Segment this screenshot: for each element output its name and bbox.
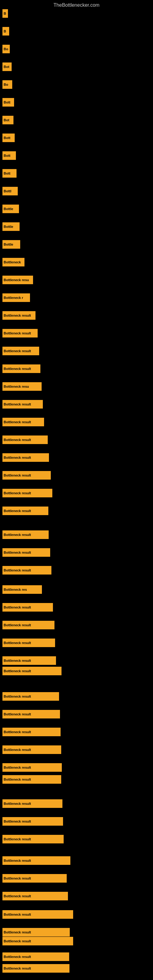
bar-label-25: Bottleneck result (2, 436, 48, 444)
bar-label-36: Bottleneck result (2, 638, 55, 647)
bar-label-33: Bottleneck res (2, 585, 42, 594)
bar-label-13: Bottle (2, 222, 19, 231)
bar-label-37: Bottleneck result (2, 656, 56, 665)
bar-label-45: Bottleneck result (2, 799, 62, 808)
bar-label-28: Bottleneck result (2, 489, 52, 497)
bar-item-2: B (2, 27, 9, 35)
bar-label-35: Bottleneck result (2, 621, 54, 629)
bar-label-3: Bo (2, 45, 10, 53)
bar-item-36: Bottleneck result (2, 638, 55, 647)
site-title: TheBottlenecker.com (0, 0, 153, 10)
bar-label-52: Bottleneck result (2, 928, 70, 937)
bar-item-47: Bottleneck result (2, 835, 64, 843)
bar-label-9: Bott (2, 151, 16, 160)
bar-item-29: Bottleneck result (2, 506, 48, 515)
bar-label-44: Bottleneck result (2, 775, 61, 784)
bar-label-6: Bott (2, 98, 14, 107)
bar-label-40: Bottleneck result (2, 710, 60, 719)
bar-label-54: Bottleneck result (2, 953, 69, 961)
bar-label-48: Bottleneck result (2, 856, 70, 865)
bar-label-27: Bottleneck result (2, 471, 51, 480)
bar-label-34: Bottleneck result (2, 603, 53, 612)
bar-item-41: Bottleneck result (2, 728, 61, 736)
bar-label-16: Bottleneck resu (2, 275, 33, 284)
bar-label-4: Bot (2, 62, 12, 71)
bar-label-22: Bottleneck resu (2, 382, 41, 391)
bar-label-5: Bo (2, 80, 12, 89)
bar-label-31: Bottleneck result (2, 548, 50, 557)
bar-label-17: Bottleneck r (2, 293, 30, 302)
bar-item-28: Bottleneck result (2, 489, 52, 497)
bar-item-52: Bottleneck result (2, 928, 70, 937)
bar-item-5: Bo (2, 80, 12, 89)
bar-item-16: Bottleneck resu (2, 275, 33, 284)
bar-label-23: Bottleneck result (2, 400, 43, 409)
bar-item-15: Bottleneck (2, 258, 24, 266)
bar-label-49: Bottleneck result (2, 874, 67, 883)
bar-label-8: Bott (2, 134, 15, 142)
bar-label-32: Bottleneck result (2, 566, 51, 574)
bar-label-50: Bottleneck result (2, 892, 68, 900)
bar-item-32: Bottleneck result (2, 566, 51, 574)
bar-label-1: B (2, 9, 8, 18)
bar-item-42: Bottleneck result (2, 745, 61, 754)
bar-label-18: Bottleneck result (2, 311, 35, 320)
bar-item-38: Bottleneck result (2, 667, 62, 675)
bar-item-21: Bottleneck result (2, 364, 40, 373)
bar-item-50: Bottleneck result (2, 892, 68, 900)
bar-item-27: Bottleneck result (2, 471, 51, 480)
bar-item-22: Bottleneck resu (2, 382, 41, 391)
bar-label-21: Bottleneck result (2, 364, 40, 373)
bar-label-15: Bottleneck (2, 258, 24, 266)
bar-item-43: Bottleneck result (2, 763, 62, 772)
bar-item-20: Bottleneck result (2, 347, 39, 355)
bar-label-41: Bottleneck result (2, 728, 61, 736)
bar-label-14: Bottle (2, 240, 20, 249)
bar-item-49: Bottleneck result (2, 874, 67, 883)
bar-item-51: Bottleneck result (2, 910, 73, 919)
bar-item-53: Bottleneck result (2, 937, 73, 945)
bar-label-10: Bott (2, 169, 16, 178)
bar-item-7: Bot (2, 116, 13, 124)
bar-label-55: Bottleneck result (2, 964, 70, 973)
bar-label-38: Bottleneck result (2, 667, 62, 675)
bar-item-45: Bottleneck result (2, 799, 62, 808)
bar-label-2: B (2, 27, 9, 35)
bar-item-34: Bottleneck result (2, 603, 53, 612)
bar-item-35: Bottleneck result (2, 621, 54, 629)
bar-item-37: Bottleneck result (2, 656, 56, 665)
bar-item-54: Bottleneck result (2, 953, 69, 961)
bar-item-39: Bottleneck result (2, 692, 59, 701)
bar-label-39: Bottleneck result (2, 692, 59, 701)
bar-label-20: Bottleneck result (2, 347, 39, 355)
bar-label-42: Bottleneck result (2, 745, 61, 754)
bar-item-44: Bottleneck result (2, 775, 61, 784)
bar-label-30: Bottleneck result (2, 530, 49, 539)
bar-label-29: Bottleneck result (2, 506, 48, 515)
bar-item-31: Bottleneck result (2, 548, 50, 557)
bar-label-47: Bottleneck result (2, 835, 64, 843)
bar-item-18: Bottleneck result (2, 311, 35, 320)
bar-label-43: Bottleneck result (2, 763, 62, 772)
bar-item-40: Bottleneck result (2, 710, 60, 719)
bar-label-46: Bottleneck result (2, 817, 63, 826)
bar-item-26: Bottleneck result (2, 453, 49, 462)
bar-item-19: Bottleneck result (2, 329, 38, 337)
bar-item-14: Bottle (2, 240, 20, 249)
bar-label-19: Bottleneck result (2, 329, 38, 337)
bar-item-3: Bo (2, 45, 10, 53)
bar-item-17: Bottleneck r (2, 293, 30, 302)
bar-item-25: Bottleneck result (2, 436, 48, 444)
bar-item-24: Bottleneck result (2, 418, 44, 426)
bar-label-53: Bottleneck result (2, 937, 73, 945)
bar-label-24: Bottleneck result (2, 418, 44, 426)
bar-item-10: Bott (2, 169, 16, 178)
bar-item-4: Bot (2, 62, 12, 71)
bar-item-46: Bottleneck result (2, 817, 63, 826)
bar-item-13: Bottle (2, 222, 19, 231)
bar-label-51: Bottleneck result (2, 910, 73, 919)
bar-label-12: Bottle (2, 205, 19, 213)
bar-label-11: Bottl (2, 187, 18, 196)
bar-item-1: B (2, 9, 8, 18)
bar-item-12: Bottle (2, 205, 19, 213)
